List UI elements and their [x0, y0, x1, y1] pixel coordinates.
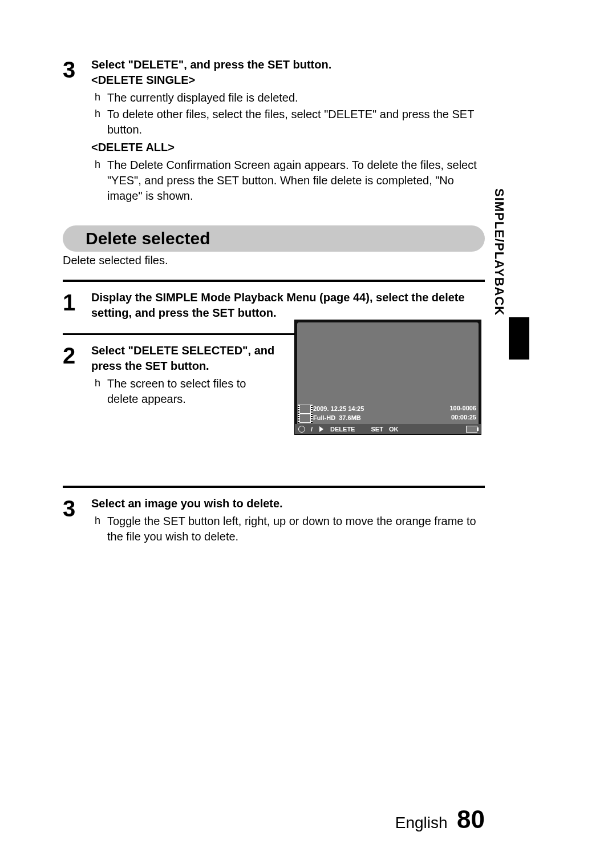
bullet-list: The currently displayed file is deleted.…: [91, 90, 485, 138]
step-body: Select "DELETE", and press the SET butto…: [91, 57, 485, 205]
divider: [63, 486, 485, 488]
delete-single-label: <DELETE SINGLE>: [91, 72, 485, 88]
step-heading: Select "DELETE SELECTED", and press the …: [91, 343, 279, 374]
thumbnail: [342, 353, 383, 381]
camera-info-overlay: 2009. 12.25 14:25 100-0006 Full-HD 37.6M…: [295, 405, 481, 423]
side-tab: SIMPLE/PLAYBACK: [492, 188, 508, 360]
footer-page-number: 80: [457, 805, 485, 833]
step-number: 3: [63, 57, 91, 81]
slash: /: [311, 426, 313, 433]
section-title: Delete selected: [63, 225, 485, 252]
step-body: Select "DELETE SELECTED", and press the …: [91, 343, 279, 408]
step-number: 3: [63, 496, 91, 520]
battery-icon: [466, 426, 477, 433]
step-heading: Display the SIMPLE Mode Playback Menu (p…: [91, 290, 485, 321]
step-heading: Select "DELETE", and press the SET butto…: [91, 57, 485, 72]
page-footer: English 80: [0, 805, 616, 834]
camera-folder: 100-0006: [450, 405, 477, 414]
camera-bottom-bar: / DELETE SET OK: [295, 424, 481, 434]
divider: [63, 333, 308, 335]
side-tab-label: SIMPLE/PLAYBACK: [492, 188, 506, 316]
page-content: 3 Select "DELETE", and press the SET but…: [63, 57, 485, 546]
bullet-item: Toggle the SET button left, right, up or…: [91, 514, 485, 544]
divider: [63, 280, 485, 282]
film-icon: [299, 414, 311, 423]
record-icon: [298, 426, 305, 433]
bar-ok-label: OK: [389, 426, 399, 433]
step-number: 2: [63, 343, 91, 367]
section-description: Delete selected files.: [63, 254, 485, 267]
delete-all-label: <DELETE ALL>: [91, 140, 485, 155]
bullet-item: The currently displayed file is deleted.: [91, 90, 485, 106]
bullet-list: Toggle the SET button left, right, up or…: [91, 514, 485, 544]
camera-resolution: Full-HD: [313, 414, 335, 421]
step-heading: Select an image you wish to delete.: [91, 496, 485, 511]
camera-duration: 00:00:25: [451, 414, 476, 423]
bullet-item: To delete other files, select the files,…: [91, 107, 485, 138]
step-body: Select an image you wish to delete. Togg…: [91, 496, 485, 546]
bar-delete-label: DELETE: [330, 426, 355, 433]
camera-screen-illustration: 2009. 12.25 14:25 100-0006 Full-HD 37.6M…: [294, 320, 481, 435]
bar-set-label: SET: [371, 426, 383, 433]
thumbnail-row: [295, 351, 481, 381]
step-1: 1 Display the SIMPLE Mode Playback Menu …: [63, 290, 485, 321]
step-3-delete: 3 Select "DELETE", and press the SET but…: [63, 57, 485, 205]
side-tab-marker: [509, 317, 529, 360]
camera-date: 2009. 12.25 14:25: [313, 405, 364, 412]
bullet-list: The screen to select files to delete app…: [91, 376, 279, 407]
step-3-select-image: 3 Select an image you wish to delete. To…: [63, 496, 485, 546]
bullet-item: The Delete Confirmation Screen again app…: [91, 158, 485, 204]
bullet-item: The screen to select files to delete app…: [91, 376, 279, 407]
bullet-list: The Delete Confirmation Screen again app…: [91, 158, 485, 204]
step-number: 1: [63, 290, 91, 314]
film-icon: [299, 405, 311, 414]
res-row: Full-HD 37.6MB: [299, 414, 361, 423]
footer-language: English: [395, 814, 448, 831]
film-icon-row: 2009. 12.25 14:25: [299, 405, 364, 414]
play-icon: [319, 426, 323, 432]
camera-filesize: 37.6MB: [339, 414, 361, 421]
